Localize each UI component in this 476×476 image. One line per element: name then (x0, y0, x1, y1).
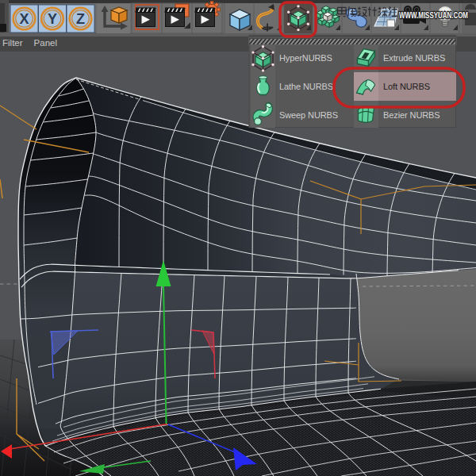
svg-text:Y: Y (48, 11, 57, 27)
svg-text:HyperNURBS: HyperNURBS (279, 53, 332, 63)
svg-text:Bezier NURBS: Bezier NURBS (383, 110, 440, 120)
svg-text:Loft NURBS: Loft NURBS (383, 82, 430, 91)
svg-text:Sweep NURBS: Sweep NURBS (279, 110, 338, 120)
svg-text:Z: Z (76, 11, 85, 27)
svg-text:Lathe NURBS: Lathe NURBS (279, 82, 333, 91)
svg-text:Extrude NURBS: Extrude NURBS (383, 53, 445, 63)
svg-text:WWW.MISSYUAN.COM: WWW.MISSYUAN.COM (399, 11, 468, 20)
svg-text:X: X (19, 11, 29, 27)
